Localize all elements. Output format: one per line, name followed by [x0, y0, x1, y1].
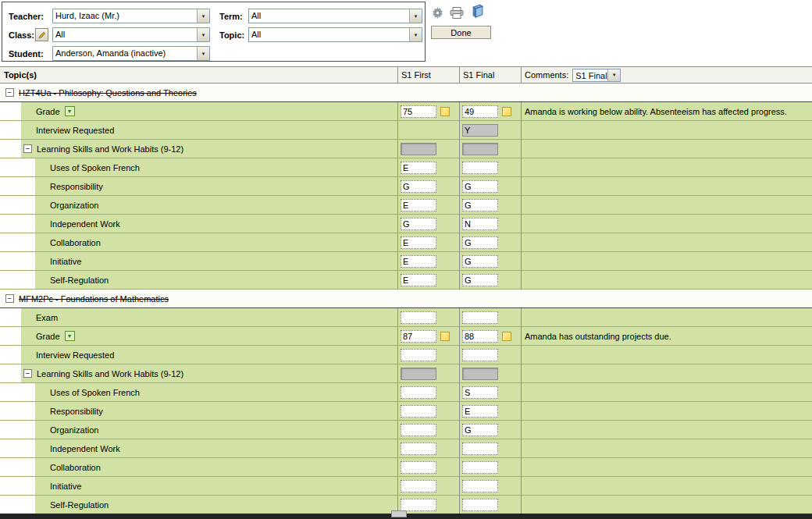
- collapse-icon[interactable]: −: [5, 88, 14, 97]
- comment-cell: [521, 364, 812, 382]
- mark-input[interactable]: [462, 386, 498, 399]
- row-label: Interview Requested: [36, 350, 114, 360]
- mark-input[interactable]: [462, 330, 498, 343]
- mark-input[interactable]: [462, 349, 498, 361]
- student-select[interactable]: Anderson, Amanda (inactive) ▼: [52, 46, 210, 61]
- row-label: Responsibility: [50, 407, 103, 416]
- gradebook-page: Teacher: Hurd, Izaac (Mr.) ▼ Term: All ▼…: [0, 0, 812, 519]
- comment-cell: [521, 196, 812, 214]
- settings-gear-icon[interactable]: [429, 5, 445, 20]
- topic-label: Topic:: [219, 30, 244, 40]
- teacher-label: Teacher:: [9, 12, 44, 21]
- topic-select[interactable]: All ▼: [248, 27, 422, 42]
- comment-cell: [521, 271, 812, 289]
- mark-input[interactable]: [462, 162, 498, 174]
- s1-final-cell: [459, 158, 521, 176]
- grade-dropdown-icon[interactable]: ▼: [65, 106, 75, 116]
- row-label: Uses of Spoken French: [50, 163, 140, 172]
- row-label: Self-Regulation: [50, 500, 109, 510]
- comment-note-icon[interactable]: [502, 332, 511, 341]
- mark-input[interactable]: [401, 349, 436, 361]
- comment-cell: [521, 252, 812, 270]
- mark-input[interactable]: [401, 386, 436, 399]
- s1-first-header: S1 First: [401, 70, 431, 80]
- s1-final-cell: [459, 140, 521, 158]
- topic-row: Uses of Spoken French: [0, 383, 812, 402]
- mark-input[interactable]: [401, 255, 436, 268]
- comments-column-select-value: S1 Final: [573, 69, 607, 81]
- mark-input[interactable]: [462, 443, 498, 455]
- topic-row: Interview Requested: [0, 346, 812, 364]
- mark-input[interactable]: [462, 311, 498, 324]
- mark-input[interactable]: [401, 330, 436, 343]
- mark-input[interactable]: [401, 461, 436, 474]
- class-select[interactable]: All ▼: [52, 27, 210, 42]
- topic-row: Responsibility: [0, 402, 812, 421]
- topic-row: Collaboration: [0, 233, 812, 252]
- mark-input[interactable]: [462, 424, 498, 436]
- mark-input[interactable]: [462, 218, 498, 230]
- disabled-mark-box: [462, 368, 498, 380]
- comment-cell: [521, 383, 812, 401]
- row-label: Collaboration: [50, 238, 101, 247]
- row-label: Organization: [50, 425, 98, 435]
- mark-input[interactable]: [462, 405, 498, 418]
- edit-class-button[interactable]: [35, 28, 48, 41]
- blue-cube-icon[interactable]: [469, 3, 485, 19]
- mark-input[interactable]: [401, 480, 436, 492]
- term-select[interactable]: All ▼: [248, 9, 422, 23]
- row-label-cell: Grade▼: [0, 102, 397, 120]
- chevron-down-icon[interactable]: ▼: [409, 28, 422, 41]
- row-label-cell: Organization: [0, 196, 397, 214]
- mark-input[interactable]: [462, 199, 498, 212]
- comments-column-select[interactable]: S1 Final ▼: [572, 69, 621, 82]
- mark-input[interactable]: [401, 218, 436, 230]
- comment-cell: [521, 140, 812, 158]
- mark-input[interactable]: [462, 461, 498, 474]
- mark-input[interactable]: [462, 105, 498, 118]
- printer-icon[interactable]: [449, 5, 465, 20]
- mark-input[interactable]: [401, 499, 436, 511]
- mark-input[interactable]: [401, 311, 436, 324]
- collapse-icon[interactable]: −: [23, 369, 32, 378]
- class-label: Class:: [9, 30, 34, 40]
- chevron-down-icon[interactable]: ▼: [197, 9, 209, 23]
- comment-cell: [521, 421, 812, 439]
- mark-input[interactable]: [401, 199, 436, 212]
- comment-note-icon[interactable]: [440, 107, 450, 116]
- mark-input[interactable]: [401, 105, 436, 118]
- collapse-icon[interactable]: −: [23, 144, 32, 153]
- mark-input[interactable]: [401, 443, 436, 455]
- mark-input[interactable]: [462, 255, 498, 268]
- comment-cell: [521, 215, 812, 233]
- teacher-select[interactable]: Hurd, Izaac (Mr.) ▼: [52, 9, 210, 23]
- mark-input[interactable]: [401, 180, 436, 193]
- mark-input[interactable]: [401, 424, 436, 436]
- comment-note-icon[interactable]: [440, 332, 450, 341]
- mark-input[interactable]: [401, 236, 436, 249]
- student-select-value: Anderson, Amanda (inactive): [53, 47, 197, 60]
- row-label-cell: Uses of Spoken French: [0, 383, 397, 401]
- chevron-down-icon[interactable]: ▼: [197, 28, 209, 41]
- grade-dropdown-icon[interactable]: ▼: [65, 331, 75, 341]
- mark-input[interactable]: [462, 499, 498, 511]
- mark-input[interactable]: [401, 162, 436, 174]
- mark-input[interactable]: [462, 480, 498, 492]
- disabled-mark-box: [401, 143, 436, 155]
- chevron-down-icon[interactable]: ▼: [197, 47, 209, 60]
- done-button[interactable]: Done: [431, 26, 491, 39]
- pencil-icon: [38, 31, 46, 39]
- mark-input[interactable]: [462, 274, 498, 286]
- mark-input[interactable]: [401, 274, 436, 286]
- row-label-cell: Exam: [0, 308, 397, 326]
- chevron-down-icon[interactable]: ▼: [607, 69, 620, 81]
- mark-input[interactable]: [462, 236, 498, 249]
- collapse-icon[interactable]: −: [5, 294, 14, 303]
- chevron-down-icon[interactable]: ▼: [409, 9, 422, 23]
- mark-input[interactable]: [462, 180, 498, 193]
- mark-input[interactable]: [401, 405, 436, 418]
- horizontal-scrollbar-track[interactable]: [0, 514, 812, 519]
- scrollbar-thumb[interactable]: [391, 510, 407, 517]
- comment-note-icon[interactable]: [502, 107, 511, 116]
- course-title: HZT4Ua - Philosophy: Questions and Theor…: [19, 88, 197, 98]
